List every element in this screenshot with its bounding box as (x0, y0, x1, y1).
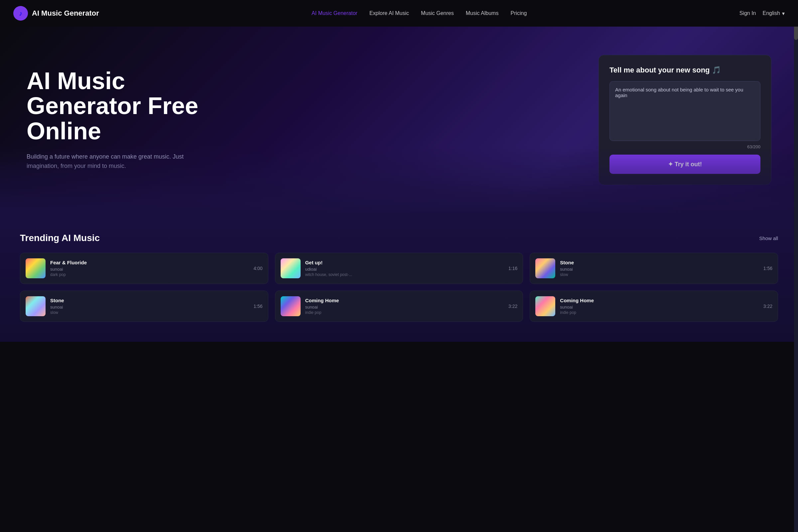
music-name-3: Stone (560, 260, 758, 265)
nav-music-genres[interactable]: Music Genres (421, 10, 454, 16)
trending-section: Trending AI Music Show all Fear & Fluori… (0, 213, 798, 342)
music-duration-5: 3:22 (508, 304, 517, 309)
music-card-1[interactable]: Fear & Fluoride sunoai dark pop 4:00 (20, 253, 268, 284)
music-artist-3: sunoai (560, 267, 758, 272)
brand-logo: ♪ (13, 6, 28, 21)
music-card-4[interactable]: Stone sunoai slow 1:56 (20, 291, 268, 322)
music-genre-5: indie pop (305, 310, 504, 315)
music-duration-6: 3:22 (763, 304, 773, 309)
music-name-1: Fear & Fluoride (50, 260, 249, 265)
music-artist-5: sunoai (305, 305, 504, 309)
language-label: English (763, 10, 780, 16)
music-thumb-1 (25, 258, 45, 278)
music-duration-3: 1:56 (763, 266, 773, 271)
song-generator-card: Tell me about your new song 🎵 63/200 ✦ T… (598, 55, 772, 185)
music-genre-4: slow (50, 310, 249, 315)
hero-subtitle: Building a future where anyone can make … (26, 152, 200, 171)
music-info-3: Stone sunoai slow (560, 260, 758, 277)
music-card-6[interactable]: Coming Home sunoai indie pop 3:22 (530, 291, 778, 322)
nav-pricing[interactable]: Pricing (510, 10, 527, 16)
music-duration-2: 1:16 (508, 266, 517, 271)
music-genre-1: dark pop (50, 272, 249, 277)
brand-name: AI Music Generator (32, 9, 99, 18)
sign-in-button[interactable]: Sign In (740, 10, 756, 16)
hero-left: AI Music Generator Free Online Building … (26, 69, 243, 171)
nav-music-albums[interactable]: Music Albums (466, 10, 499, 16)
brand-link[interactable]: ♪ AI Music Generator (13, 6, 99, 21)
try-it-out-button[interactable]: ✦ Try it out! (609, 155, 760, 174)
song-description-input[interactable] (609, 81, 760, 141)
navbar: ♪ AI Music Generator AI Music Generator … (0, 0, 798, 26)
music-duration-4: 1:56 (253, 304, 262, 309)
music-name-6: Coming Home (560, 298, 758, 303)
song-card-title: Tell me about your new song 🎵 (609, 66, 760, 75)
music-artist-4: sunoai (50, 305, 249, 309)
nav-links: AI Music Generator Explore AI Music Musi… (311, 10, 527, 16)
chevron-down-icon: ▾ (782, 10, 785, 17)
music-name-2: Get up! (305, 260, 504, 265)
show-all-link[interactable]: Show all (759, 235, 778, 241)
hero-right: Tell me about your new song 🎵 63/200 ✦ T… (598, 55, 772, 185)
music-thumb-3 (535, 258, 555, 278)
music-info-4: Stone sunoai slow (50, 298, 249, 315)
music-card-5[interactable]: Coming Home sunoai indie pop 3:22 (275, 291, 524, 322)
music-artist-2: udioai (305, 267, 504, 272)
music-thumb-6 (535, 296, 555, 316)
hero-section: AI Music Generator Free Online Building … (0, 26, 798, 213)
char-count: 63/200 (609, 144, 760, 149)
music-genre-6: indie pop (560, 310, 758, 315)
music-info-5: Coming Home sunoai indie pop (305, 298, 504, 315)
trending-title: Trending AI Music (20, 233, 100, 243)
music-thumb-4 (25, 296, 45, 316)
music-thumb-5 (281, 296, 301, 316)
language-selector[interactable]: English ▾ (763, 10, 785, 17)
music-name-4: Stone (50, 298, 249, 303)
music-genre-2: witch house, soviet post-... (305, 272, 504, 277)
music-card-2[interactable]: Get up! udioai witch house, soviet post-… (275, 253, 524, 284)
music-artist-1: sunoai (50, 267, 249, 272)
music-artist-6: sunoai (560, 305, 758, 309)
music-info-2: Get up! udioai witch house, soviet post-… (305, 260, 504, 277)
music-thumb-2 (281, 258, 301, 278)
music-card-3[interactable]: Stone sunoai slow 1:56 (530, 253, 778, 284)
nav-right: Sign In English ▾ (740, 10, 785, 17)
scrollbar-track[interactable] (794, 0, 798, 532)
music-info-1: Fear & Fluoride sunoai dark pop (50, 260, 249, 277)
music-note-icon: ♪ (19, 10, 22, 17)
music-info-6: Coming Home sunoai indie pop (560, 298, 758, 315)
music-genre-3: slow (560, 272, 758, 277)
music-name-5: Coming Home (305, 298, 504, 303)
nav-explore-ai-music[interactable]: Explore AI Music (369, 10, 409, 16)
music-grid: Fear & Fluoride sunoai dark pop 4:00 Get… (20, 253, 778, 322)
trending-header: Trending AI Music Show all (20, 233, 778, 243)
nav-ai-music-generator[interactable]: AI Music Generator (311, 10, 358, 16)
hero-title: AI Music Generator Free Online (26, 69, 243, 144)
music-duration-1: 4:00 (253, 266, 262, 271)
